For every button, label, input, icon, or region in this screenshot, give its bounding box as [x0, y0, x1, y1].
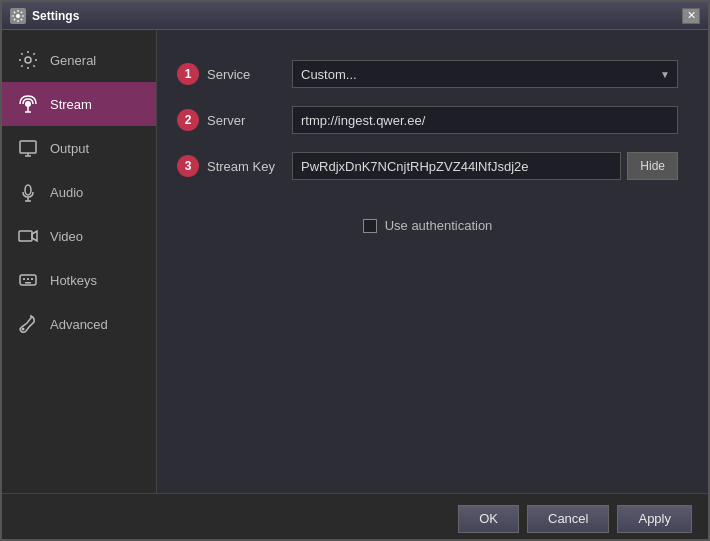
ok-button[interactable]: OK [458, 505, 519, 533]
svg-point-2 [25, 101, 31, 107]
bottom-bar: OK Cancel Apply [2, 493, 708, 541]
svg-rect-7 [23, 278, 25, 280]
svg-rect-5 [19, 231, 32, 241]
sidebar: General Stream [2, 30, 157, 541]
stream-key-input[interactable] [292, 152, 621, 180]
sidebar-item-general[interactable]: General [2, 38, 156, 82]
svg-point-0 [16, 14, 20, 18]
output-icon [16, 136, 40, 160]
sidebar-item-video[interactable]: Video [2, 214, 156, 258]
stream-key-input-group: Hide [292, 152, 678, 180]
service-row: 1 Service Custom... Twitch YouTube Faceb… [177, 60, 678, 88]
sidebar-label-audio: Audio [50, 185, 83, 200]
content-panel: 1 Service Custom... Twitch YouTube Faceb… [157, 30, 708, 541]
sidebar-item-audio[interactable]: Audio [2, 170, 156, 214]
apply-button[interactable]: Apply [617, 505, 692, 533]
gear-icon [16, 48, 40, 72]
service-label: Service [207, 67, 292, 82]
sidebar-label-video: Video [50, 229, 83, 244]
sidebar-item-stream[interactable]: Stream [2, 82, 156, 126]
step-3-badge: 3 [177, 155, 199, 177]
use-auth-label[interactable]: Use authentication [363, 218, 493, 233]
stream-icon [16, 92, 40, 116]
svg-rect-10 [25, 282, 31, 284]
settings-icon [10, 8, 26, 24]
server-label: Server [207, 113, 292, 128]
auth-section: Use authentication [177, 218, 678, 233]
sidebar-item-hotkeys[interactable]: Hotkeys [2, 258, 156, 302]
sidebar-label-advanced: Advanced [50, 317, 108, 332]
svg-rect-3 [20, 141, 36, 153]
service-select[interactable]: Custom... Twitch YouTube Facebook Live [292, 60, 678, 88]
stream-key-label: Stream Key [207, 159, 292, 174]
cancel-button[interactable]: Cancel [527, 505, 609, 533]
hotkeys-icon [16, 268, 40, 292]
server-row: 2 Server [177, 106, 678, 134]
sidebar-label-stream: Stream [50, 97, 92, 112]
stream-key-row: 3 Stream Key Hide [177, 152, 678, 180]
hide-button[interactable]: Hide [627, 152, 678, 180]
wrench-icon [16, 312, 40, 336]
svg-rect-8 [27, 278, 29, 280]
use-auth-checkbox[interactable] [363, 219, 377, 233]
step-1-badge: 1 [177, 63, 199, 85]
service-select-wrapper: Custom... Twitch YouTube Facebook Live ▼ [292, 60, 678, 88]
svg-point-1 [25, 57, 31, 63]
svg-point-11 [22, 328, 25, 331]
window-title: Settings [32, 9, 682, 23]
use-auth-text: Use authentication [385, 218, 493, 233]
close-button[interactable]: ✕ [682, 8, 700, 24]
server-input[interactable] [292, 106, 678, 134]
step-2-badge: 2 [177, 109, 199, 131]
sidebar-item-output[interactable]: Output [2, 126, 156, 170]
audio-icon [16, 180, 40, 204]
sidebar-item-advanced[interactable]: Advanced [2, 302, 156, 346]
sidebar-label-hotkeys: Hotkeys [50, 273, 97, 288]
title-bar: Settings ✕ [2, 2, 708, 30]
svg-rect-9 [31, 278, 33, 280]
video-icon [16, 224, 40, 248]
svg-point-4 [25, 185, 31, 195]
sidebar-label-output: Output [50, 141, 89, 156]
sidebar-label-general: General [50, 53, 96, 68]
